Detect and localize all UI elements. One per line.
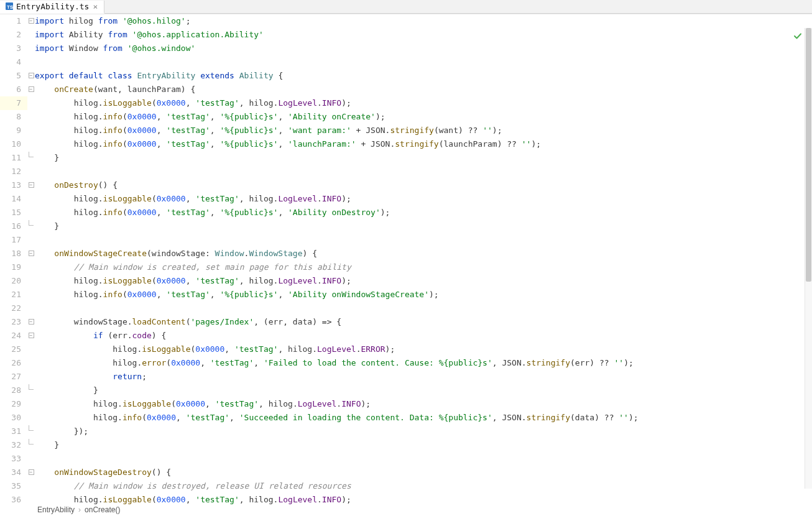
code-content[interactable]: onCreate(want, launchParam) {: [35, 83, 812, 96]
code-line[interactable]: 1−import hilog from '@ohos.hilog';: [0, 14, 812, 28]
code-line[interactable]: 28 }: [0, 384, 812, 397]
fold-marker[interactable]: −: [27, 329, 35, 343]
code-line[interactable]: 15 hilog.info(0x0000, 'testTag', '%{publ…: [0, 206, 812, 219]
line-number[interactable]: 19: [0, 260, 27, 274]
vertical-scrollbar[interactable]: [805, 28, 812, 489]
code-content[interactable]: hilog.isLoggable(0x0000, 'testTag', hilo…: [35, 493, 812, 507]
line-number[interactable]: 32: [0, 438, 27, 452]
code-content[interactable]: hilog.isLoggable(0x0000, 'testTag', hilo…: [35, 343, 812, 356]
code-line[interactable]: 26 hilog.error(0x0000, 'testTag', 'Faile…: [0, 356, 812, 370]
code-content[interactable]: [35, 452, 812, 466]
code-content[interactable]: // Main window is created, set main page…: [35, 260, 812, 274]
code-content[interactable]: onDestroy() {: [35, 178, 812, 192]
code-line[interactable]: 32 }: [0, 438, 812, 452]
code-line[interactable]: 19 // Main window is created, set main p…: [0, 260, 812, 274]
code-line[interactable]: 24− if (err.code) {: [0, 329, 812, 343]
code-content[interactable]: hilog.info(0x0000, 'testTag', 'Succeeded…: [35, 411, 812, 425]
code-line[interactable]: 16 }: [0, 219, 812, 233]
fold-marker[interactable]: −: [27, 83, 35, 96]
close-tab-button[interactable]: ×: [91, 2, 99, 11]
line-number[interactable]: 8: [0, 110, 27, 124]
code-content[interactable]: [35, 55, 812, 69]
line-number[interactable]: 26: [0, 356, 27, 370]
code-content[interactable]: hilog.error(0x0000, 'testTag', 'Failed t…: [35, 356, 812, 370]
code-content[interactable]: windowStage.loadContent('pages/Index', (…: [35, 315, 812, 329]
code-line[interactable]: 7 hilog.isLoggable(0x0000, 'testTag', hi…: [0, 96, 812, 110]
line-number[interactable]: 3: [0, 42, 27, 55]
line-number[interactable]: 23: [0, 315, 27, 329]
line-number[interactable]: 14: [0, 192, 27, 206]
line-number[interactable]: 25: [0, 343, 27, 356]
code-content[interactable]: hilog.isLoggable(0x0000, 'testTag', hilo…: [35, 274, 812, 288]
line-number[interactable]: 4: [0, 55, 27, 69]
code-content[interactable]: import Ability from '@ohos.application.A…: [35, 28, 812, 42]
code-line[interactable]: 3import Window from '@ohos.window': [0, 42, 812, 55]
line-number[interactable]: 7: [0, 96, 27, 110]
line-number[interactable]: 31: [0, 425, 27, 438]
line-number[interactable]: 36: [0, 493, 27, 507]
code-line[interactable]: 12: [0, 165, 812, 178]
line-number[interactable]: 34: [0, 466, 27, 479]
code-line[interactable]: 18− onWindowStageCreate(windowStage: Win…: [0, 247, 812, 260]
code-line[interactable]: 25 hilog.isLoggable(0x0000, 'testTag', h…: [0, 343, 812, 356]
code-line[interactable]: 10 hilog.info(0x0000, 'testTag', '%{publ…: [0, 137, 812, 151]
line-number[interactable]: 27: [0, 370, 27, 384]
code-content[interactable]: }: [35, 151, 812, 165]
code-content[interactable]: hilog.isLoggable(0x0000, 'testTag', hilo…: [35, 96, 812, 110]
code-line[interactable]: 29 hilog.isLoggable(0x0000, 'testTag', h…: [0, 397, 812, 411]
code-line[interactable]: 36 hilog.isLoggable(0x0000, 'testTag', h…: [0, 493, 812, 507]
line-number[interactable]: 2: [0, 28, 27, 42]
code-line[interactable]: 21 hilog.info(0x0000, 'testTag', '%{publ…: [0, 288, 812, 302]
code-content[interactable]: hilog.info(0x0000, 'testTag', '%{public}…: [35, 288, 812, 302]
line-number[interactable]: 9: [0, 124, 27, 137]
line-number[interactable]: 6: [0, 83, 27, 96]
code-content[interactable]: import hilog from '@ohos.hilog';: [35, 14, 812, 28]
code-line[interactable]: 17: [0, 233, 812, 247]
code-line[interactable]: 20 hilog.isLoggable(0x0000, 'testTag', h…: [0, 274, 812, 288]
code-content[interactable]: [35, 233, 812, 247]
code-line[interactable]: 33: [0, 452, 812, 466]
code-content[interactable]: export default class EntryAbility extend…: [35, 69, 812, 83]
line-number[interactable]: 24: [0, 329, 27, 343]
code-line[interactable]: 13− onDestroy() {: [0, 178, 812, 192]
code-content[interactable]: [35, 302, 812, 315]
inspection-ok-icon[interactable]: [793, 32, 802, 42]
line-number[interactable]: 15: [0, 206, 27, 219]
code-line[interactable]: 8 hilog.info(0x0000, 'testTag', '%{publi…: [0, 110, 812, 124]
code-content[interactable]: hilog.info(0x0000, 'testTag', '%{public}…: [35, 124, 812, 137]
line-number[interactable]: 28: [0, 384, 27, 397]
code-content[interactable]: onWindowStageCreate(windowStage: Window.…: [35, 247, 812, 260]
code-line[interactable]: 5−export default class EntryAbility exte…: [0, 69, 812, 83]
code-content[interactable]: }: [35, 219, 812, 233]
code-line[interactable]: 6− onCreate(want, launchParam) {: [0, 83, 812, 96]
line-number[interactable]: 17: [0, 233, 27, 247]
code-line[interactable]: 23− windowStage.loadContent('pages/Index…: [0, 315, 812, 329]
line-number[interactable]: 18: [0, 247, 27, 260]
code-content[interactable]: if (err.code) {: [35, 329, 812, 343]
code-content[interactable]: hilog.isLoggable(0x0000, 'testTag', hilo…: [35, 397, 812, 411]
line-number[interactable]: 1: [0, 14, 27, 28]
code-content[interactable]: hilog.info(0x0000, 'testTag', '%{public}…: [35, 206, 812, 219]
code-line[interactable]: 2import Ability from '@ohos.application.…: [0, 28, 812, 42]
code-content[interactable]: }: [35, 384, 812, 397]
line-number[interactable]: 11: [0, 151, 27, 165]
fold-marker[interactable]: −: [27, 14, 35, 28]
fold-marker[interactable]: −: [27, 69, 35, 83]
line-number[interactable]: 29: [0, 397, 27, 411]
code-content[interactable]: hilog.info(0x0000, 'testTag', '%{public}…: [35, 110, 812, 124]
code-line[interactable]: 27 return;: [0, 370, 812, 384]
line-number[interactable]: 21: [0, 288, 27, 302]
code-content[interactable]: });: [35, 425, 812, 438]
code-line[interactable]: 31 });: [0, 425, 812, 438]
line-number[interactable]: 5: [0, 69, 27, 83]
code-line[interactable]: 14 hilog.isLoggable(0x0000, 'testTag', h…: [0, 192, 812, 206]
code-line[interactable]: 9 hilog.info(0x0000, 'testTag', '%{publi…: [0, 124, 812, 137]
code-content[interactable]: [35, 165, 812, 178]
editor-tab-active[interactable]: TS EntryAbility.ts ×: [0, 1, 104, 14]
code-line[interactable]: 34− onWindowStageDestroy() {: [0, 466, 812, 479]
line-number[interactable]: 13: [0, 178, 27, 192]
line-number[interactable]: 30: [0, 411, 27, 425]
line-number[interactable]: 20: [0, 274, 27, 288]
line-number[interactable]: 12: [0, 165, 27, 178]
line-number[interactable]: 35: [0, 479, 27, 493]
